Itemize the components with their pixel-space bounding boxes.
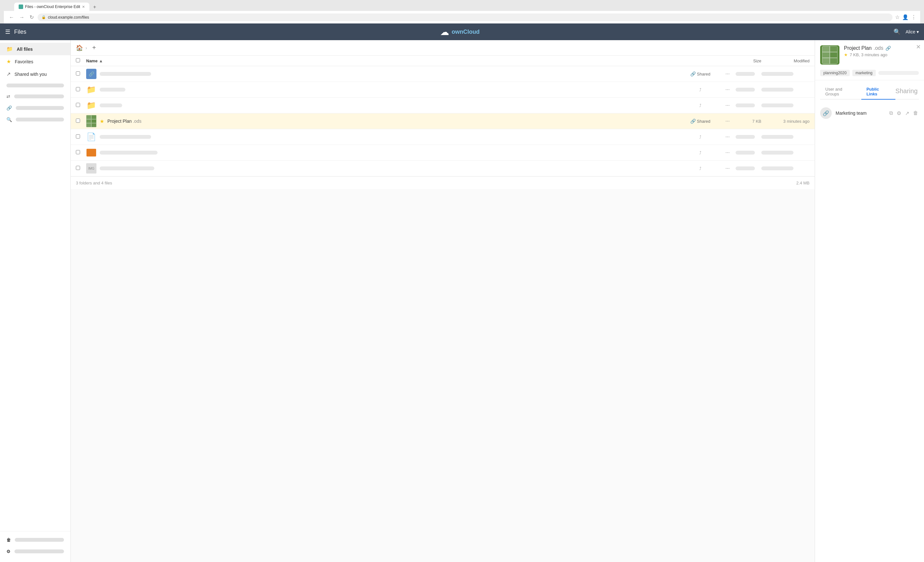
sharing-label: Sharing: [896, 87, 919, 96]
share-btn-6[interactable]: ⤴: [699, 150, 702, 155]
file-size-1: [736, 72, 761, 76]
share-btn-2[interactable]: ⤴: [699, 87, 702, 92]
browser-chrome: Files - ownCloud Enterprise Edit ✕ + ← →…: [0, 0, 924, 24]
more-btn-1[interactable]: ···: [720, 71, 736, 77]
file-modified-1: [761, 72, 810, 76]
profile-btn[interactable]: 👤: [902, 14, 909, 20]
panel-link-icon[interactable]: 🔗: [885, 46, 891, 51]
share-btn-3[interactable]: ⤴: [699, 103, 702, 108]
browser-actions: ☆ 👤 ⋮: [895, 14, 916, 20]
row-checkbox[interactable]: [76, 134, 86, 139]
more-btn-6[interactable]: ···: [720, 150, 736, 156]
tab-users-groups[interactable]: User and Groups: [820, 84, 861, 100]
header-center: ☁ ownCloud: [26, 27, 894, 37]
select-all-checkbox[interactable]: [76, 58, 80, 62]
link-settings-btn[interactable]: ⚙: [896, 109, 902, 117]
row-checkbox[interactable]: [76, 71, 86, 76]
share-indicator-3: ⤴: [681, 103, 720, 108]
share-btn-5[interactable]: ⤴: [699, 135, 702, 139]
footer-count: 3 folders and 4 files: [76, 181, 112, 186]
back-btn[interactable]: ←: [8, 13, 15, 21]
sharing-tab-group: User and Groups Public Links: [820, 84, 896, 99]
file-size-2: [736, 88, 761, 91]
file-name-6: [100, 151, 681, 154]
name-col-header[interactable]: Name ▲: [86, 58, 681, 63]
share-btn-7[interactable]: ⤴: [699, 166, 702, 171]
row-checkbox[interactable]: [76, 118, 86, 124]
refresh-btn[interactable]: ↻: [28, 13, 35, 21]
sharing-section: User and Groups Public Links Sharing: [815, 80, 924, 103]
row-checkbox[interactable]: [76, 87, 86, 92]
row-checkbox[interactable]: [76, 103, 86, 108]
app-header: ☰ Files ☁ ownCloud 🔍 Alice ▾: [0, 24, 924, 40]
more-btn-3[interactable]: ···: [720, 102, 736, 108]
main-toolbar: 🏠 › +: [71, 40, 815, 55]
more-btn-project[interactable]: ···: [720, 118, 736, 124]
table-row: ★ Project Plan .ods 🔗 Shared ··· 7 KB 3 …: [71, 114, 815, 129]
tab-close-btn[interactable]: ✕: [82, 5, 85, 9]
home-btn[interactable]: 🏠: [76, 44, 83, 51]
panel-star-icon[interactable]: ★: [844, 52, 848, 57]
tag-planning[interactable]: planning2020: [820, 70, 850, 76]
star-icon-project[interactable]: ★: [100, 118, 104, 124]
tab-label: Files - ownCloud Enterprise Edit: [25, 4, 80, 9]
sidebar-skeleton-4: [16, 118, 64, 121]
more-btn-7[interactable]: ···: [720, 165, 736, 171]
file-list: Name ▲ Size Modified 🔗: [71, 55, 815, 562]
sidebar-shared-label: Shared with you: [15, 72, 46, 77]
table-row: ⤴ ···: [71, 145, 815, 161]
address-text: cloud.example.com/files: [48, 15, 89, 19]
more-btn-2[interactable]: ···: [720, 87, 736, 93]
sidebar-bottom-skeleton-2: [15, 550, 64, 553]
user-menu[interactable]: Alice ▾: [906, 29, 919, 34]
sharing-tabs-header: User and Groups Public Links Sharing: [820, 84, 919, 100]
sidebar-item-allfiles[interactable]: 📁 All files: [0, 43, 70, 55]
delete-link-btn[interactable]: 🗑: [912, 109, 919, 117]
header-left: ☰ Files: [5, 28, 26, 35]
file-name-7: [100, 166, 681, 170]
active-tab[interactable]: Files - ownCloud Enterprise Edit ✕: [14, 3, 89, 11]
table-row: 📁 ⤴ ···: [71, 82, 815, 98]
checkbox-col: [76, 58, 86, 63]
name-skeleton-6: [100, 151, 158, 154]
new-tab-btn[interactable]: +: [91, 3, 98, 11]
cloud-icon: ☁: [440, 27, 449, 37]
logo-own: own: [452, 28, 463, 35]
table-row: 📁 ⤴ ···: [71, 98, 815, 114]
forward-btn[interactable]: →: [18, 13, 26, 21]
folder-blue-icon: 📁: [87, 85, 96, 94]
settings-icon[interactable]: ⚙: [6, 549, 10, 554]
add-btn[interactable]: +: [90, 43, 99, 52]
tab-favicon: [19, 4, 23, 9]
hamburger-menu[interactable]: ☰: [5, 28, 10, 35]
shared-icon: ↗: [6, 71, 10, 77]
sidebar-item-favorites[interactable]: ★ Favorites: [0, 55, 70, 68]
img-thumbnail: IMG: [86, 163, 96, 174]
name-col-label: Name: [86, 58, 98, 63]
header-search-icon[interactable]: 🔍: [894, 28, 900, 35]
name-skeleton-3: [100, 103, 122, 107]
bookmark-btn[interactable]: ☆: [895, 14, 900, 20]
share-link-btn[interactable]: ↗: [904, 109, 910, 117]
row-checkbox[interactable]: [76, 150, 86, 155]
more-btn-5[interactable]: ···: [720, 134, 736, 140]
user-name: Alice: [906, 29, 915, 34]
sidebar-favorites-label: Favorites: [15, 59, 33, 64]
address-bar[interactable]: 🔒 cloud.example.com/files: [38, 13, 892, 21]
sidebar: 📁 All files ★ Favorites ↗ Shared with yo…: [0, 40, 71, 562]
file-size-7: [736, 166, 761, 170]
file-icon-doc: 📄: [86, 132, 96, 142]
tag-marketing[interactable]: marketing: [852, 70, 876, 76]
tab-public-links[interactable]: Public Links: [861, 84, 896, 100]
share-link-icon-project: 🔗: [690, 118, 696, 124]
menu-btn[interactable]: ⋮: [911, 14, 916, 20]
tag-skeleton: [878, 71, 919, 75]
copy-link-btn[interactable]: ⧉: [889, 109, 894, 117]
modified-col-header: Modified: [761, 58, 810, 63]
sidebar-item-shared[interactable]: ↗ Shared with you: [0, 68, 70, 80]
row-checkbox[interactable]: [76, 166, 86, 171]
app-logo: ☁ ownCloud: [440, 27, 480, 37]
panel-meta-text: 7 KB, 3 minutes ago: [850, 52, 887, 57]
public-link-item: 🔗 Marketing team ⧉ ⚙ ↗ 🗑: [815, 103, 924, 123]
trash-icon[interactable]: 🗑: [6, 537, 11, 543]
